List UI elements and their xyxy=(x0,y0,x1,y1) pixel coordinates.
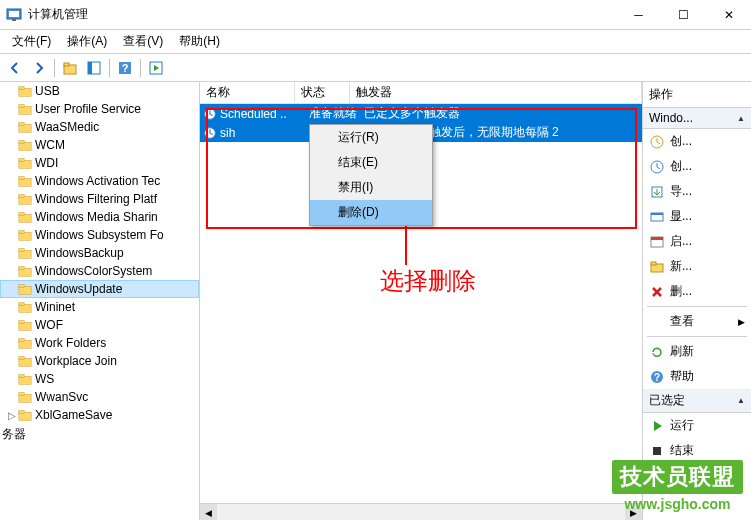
svg-rect-38 xyxy=(19,340,31,348)
tree-item-usb[interactable]: USB xyxy=(0,82,199,100)
actions-section-windows[interactable]: Windo... ▲ xyxy=(643,108,751,129)
svg-text:?: ? xyxy=(122,62,129,74)
svg-rect-41 xyxy=(19,357,24,360)
action-view[interactable]: 查看 ▶ xyxy=(643,309,751,334)
svg-rect-18 xyxy=(19,160,31,168)
tree-item-user-profile-service[interactable]: User Profile Service xyxy=(0,100,199,118)
tree-bottom-label: 务器 xyxy=(0,424,199,445)
svg-rect-2 xyxy=(12,19,16,21)
svg-rect-47 xyxy=(19,411,24,414)
context-delete[interactable]: 删除(D) xyxy=(310,200,432,225)
window-title: 计算机管理 xyxy=(28,6,616,23)
svg-rect-44 xyxy=(19,394,31,402)
run-toolbar-button[interactable] xyxy=(145,57,167,79)
svg-rect-40 xyxy=(19,358,31,366)
menu-action[interactable]: 操作(A) xyxy=(59,31,115,52)
scroll-left-icon[interactable]: ◀ xyxy=(200,504,217,520)
svg-rect-43 xyxy=(19,375,24,378)
maximize-button[interactable]: ☐ xyxy=(661,0,706,29)
svg-rect-27 xyxy=(19,231,24,234)
svg-rect-1 xyxy=(9,11,19,17)
new-task-icon xyxy=(649,134,665,150)
app-icon xyxy=(6,7,22,23)
horizontal-scrollbar[interactable]: ◀ ▶ xyxy=(200,503,642,520)
context-disable[interactable]: 禁用(I) xyxy=(310,175,432,200)
svg-rect-37 xyxy=(19,321,24,324)
help-button[interactable]: ? xyxy=(114,57,136,79)
task-row[interactable]: Scheduled ..准备就绪已定义多个触发器 xyxy=(200,104,642,123)
tree-item-windowsupdate[interactable]: WindowsUpdate xyxy=(0,280,199,298)
action-show[interactable]: 显... xyxy=(643,204,751,229)
actions-section-selected[interactable]: 已选定 ▲ xyxy=(643,389,751,413)
tree-item-waasmedic[interactable]: WaaSMedic xyxy=(0,118,199,136)
action-enable[interactable]: 启... xyxy=(643,229,751,254)
collapse-icon: ▲ xyxy=(737,396,745,405)
svg-rect-11 xyxy=(19,87,24,90)
toolbar: ? xyxy=(0,54,751,82)
action-import[interactable]: 导... xyxy=(643,179,751,204)
tree-item-windows-subsystem-fo[interactable]: Windows Subsystem Fo xyxy=(0,226,199,244)
show-hide-button[interactable] xyxy=(83,57,105,79)
svg-rect-42 xyxy=(19,376,31,384)
forward-button[interactable] xyxy=(28,57,50,79)
svg-rect-15 xyxy=(19,123,24,126)
tree-item-xblgamesave[interactable]: ▷XblGameSave xyxy=(0,406,199,424)
help-icon: ? xyxy=(649,369,665,385)
menu-view[interactable]: 查看(V) xyxy=(115,31,171,52)
svg-rect-12 xyxy=(19,106,31,114)
tree-panel: USBUser Profile ServiceWaaSMedicWCMWDIWi… xyxy=(0,82,200,520)
col-name[interactable]: 名称 xyxy=(200,82,295,103)
import-icon xyxy=(649,184,665,200)
svg-rect-19 xyxy=(19,159,24,162)
menu-file[interactable]: 文件(F) xyxy=(4,31,59,52)
svg-rect-31 xyxy=(19,267,24,270)
new-folder-icon xyxy=(649,259,665,275)
tree-item-windows-filtering-platf[interactable]: Windows Filtering Platf xyxy=(0,190,199,208)
action-delete-x[interactable]: 删... xyxy=(643,279,751,304)
tree-item-wdi[interactable]: WDI xyxy=(0,154,199,172)
action-help[interactable]: ?帮助 xyxy=(643,364,751,389)
tree-item-wininet[interactable]: Wininet xyxy=(0,298,199,316)
svg-rect-34 xyxy=(19,304,31,312)
svg-rect-22 xyxy=(19,196,31,204)
col-status[interactable]: 状态 xyxy=(295,82,350,103)
action-new-task[interactable]: 创... xyxy=(643,129,751,154)
action-new-folder[interactable]: 新... xyxy=(643,254,751,279)
svg-rect-61 xyxy=(653,447,661,455)
close-button[interactable]: ✕ xyxy=(706,0,751,29)
action-end[interactable]: 结束 xyxy=(643,438,751,463)
svg-rect-21 xyxy=(19,177,24,180)
tree-item-wwansvc[interactable]: WwanSvc xyxy=(0,388,199,406)
list-header: 名称 状态 触发器 xyxy=(200,82,642,104)
svg-rect-6 xyxy=(88,62,92,74)
tree-item-windowsbackup[interactable]: WindowsBackup xyxy=(0,244,199,262)
tree-item-windowscolorsystem[interactable]: WindowsColorSystem xyxy=(0,262,199,280)
svg-rect-26 xyxy=(19,232,31,240)
up-button[interactable] xyxy=(59,57,81,79)
menu-help[interactable]: 帮助(H) xyxy=(171,31,228,52)
tree-item-ws[interactable]: WS xyxy=(0,370,199,388)
svg-rect-58 xyxy=(651,262,656,265)
action-refresh[interactable]: 刷新 xyxy=(643,339,751,364)
action-run[interactable]: 运行 xyxy=(643,413,751,438)
action-new-basic[interactable]: 创... xyxy=(643,154,751,179)
svg-rect-45 xyxy=(19,393,24,396)
svg-rect-14 xyxy=(19,124,31,132)
context-run[interactable]: 运行(R) xyxy=(310,125,432,150)
minimize-button[interactable]: ─ xyxy=(616,0,661,29)
back-button[interactable] xyxy=(4,57,26,79)
collapse-icon: ▲ xyxy=(737,114,745,123)
svg-rect-16 xyxy=(19,142,31,150)
scroll-right-icon[interactable]: ▶ xyxy=(625,504,642,520)
titlebar: 计算机管理 ─ ☐ ✕ xyxy=(0,0,751,30)
svg-rect-24 xyxy=(19,214,31,222)
tree-item-wcm[interactable]: WCM xyxy=(0,136,199,154)
tree-item-workplace-join[interactable]: Workplace Join xyxy=(0,352,199,370)
svg-rect-10 xyxy=(19,88,31,96)
tree-item-wof[interactable]: WOF xyxy=(0,316,199,334)
col-trigger[interactable]: 触发器 xyxy=(350,82,642,103)
tree-item-windows-media-sharin[interactable]: Windows Media Sharin xyxy=(0,208,199,226)
context-end[interactable]: 结束(E) xyxy=(310,150,432,175)
tree-item-windows-activation-tec[interactable]: Windows Activation Tec xyxy=(0,172,199,190)
tree-item-work-folders[interactable]: Work Folders xyxy=(0,334,199,352)
